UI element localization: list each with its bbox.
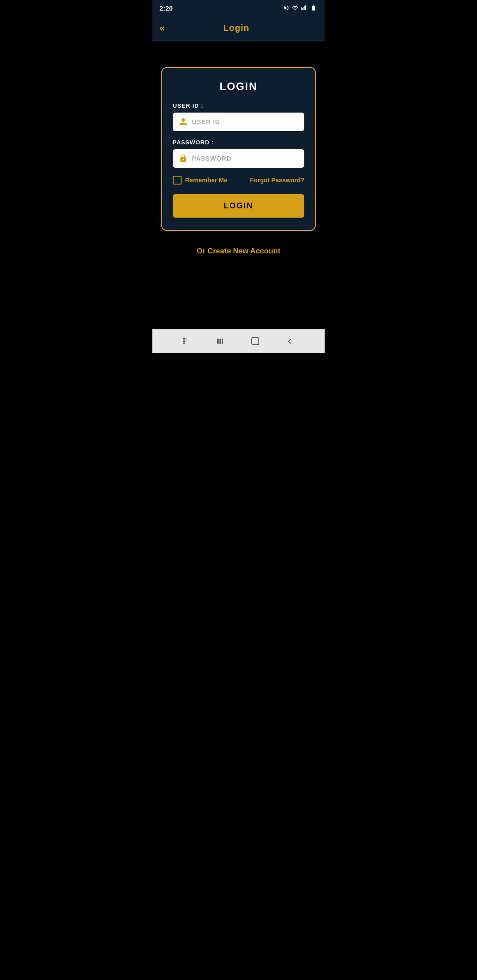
- forgot-password-link[interactable]: Forgot Password?: [250, 177, 304, 184]
- signal-icon: [301, 5, 307, 11]
- svg-rect-6: [220, 339, 221, 344]
- remember-label: Remember Me: [185, 177, 227, 184]
- svg-rect-0: [183, 338, 186, 340]
- battery-icon: [310, 5, 318, 11]
- login-card: LOGIN USER ID : PASSWORD : Remember Me F…: [161, 67, 316, 231]
- main-content: LOGIN USER ID : PASSWORD : Remember Me F…: [152, 41, 325, 329]
- create-account-link[interactable]: Or Create New Account: [197, 247, 280, 256]
- menu-icon[interactable]: [216, 336, 226, 347]
- bottom-bar: [152, 329, 325, 353]
- remember-row: Remember Me Forgot Password?: [173, 176, 304, 185]
- back-button[interactable]: «: [159, 21, 168, 36]
- wifi-icon: [292, 5, 298, 11]
- lock-icon: [179, 154, 188, 163]
- remember-left: Remember Me: [173, 176, 227, 185]
- svg-rect-4: [186, 339, 187, 340]
- user-icon: [179, 117, 188, 127]
- login-card-title: LOGIN: [173, 80, 304, 93]
- status-time: 2:20: [159, 4, 173, 12]
- back-nav-icon[interactable]: [284, 336, 295, 347]
- svg-rect-3: [186, 338, 187, 339]
- login-button[interactable]: LOGIN: [173, 194, 304, 218]
- password-label: PASSWORD :: [173, 139, 304, 146]
- password-input-wrapper: [173, 149, 304, 168]
- user-id-input[interactable]: [192, 118, 298, 125]
- svg-rect-1: [183, 340, 186, 343]
- mute-icon: [283, 5, 289, 11]
- recent-apps-icon[interactable]: [182, 336, 192, 346]
- nav-bar: « Login: [152, 16, 325, 41]
- svg-rect-7: [222, 339, 223, 344]
- svg-rect-8: [252, 338, 259, 345]
- user-id-label: USER ID :: [173, 102, 304, 109]
- home-icon[interactable]: [250, 336, 261, 347]
- password-input[interactable]: [192, 155, 298, 162]
- remember-checkbox[interactable]: [173, 176, 182, 185]
- status-icons: [283, 5, 318, 11]
- svg-rect-5: [217, 339, 219, 344]
- nav-title: Login: [168, 23, 304, 33]
- status-bar: 2:20: [152, 0, 325, 16]
- user-id-input-wrapper: [173, 113, 304, 131]
- svg-rect-2: [183, 343, 186, 344]
